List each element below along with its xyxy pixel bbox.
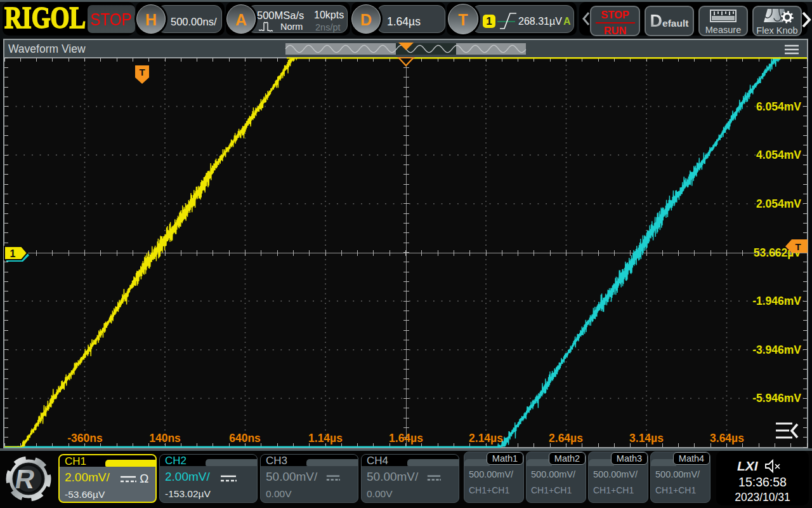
- svg-text:-1.946mV: -1.946mV: [752, 295, 801, 307]
- svg-text:2.14µs: 2.14µs: [469, 432, 503, 444]
- svg-text:140ns: 140ns: [149, 432, 181, 444]
- svg-text:6.054mV: 6.054mV: [756, 100, 801, 113]
- svg-text:T: T: [795, 241, 801, 252]
- svg-text:3.64µs: 3.64µs: [710, 432, 744, 444]
- svg-text:640ns: 640ns: [229, 432, 261, 444]
- svg-text:-3.946mV: -3.946mV: [752, 344, 801, 356]
- svg-text:T: T: [139, 67, 145, 77]
- svg-text:1.14µs: 1.14µs: [308, 432, 343, 444]
- svg-text:-360ns: -360ns: [67, 432, 103, 444]
- svg-text:4.054mV: 4.054mV: [756, 149, 801, 161]
- svg-text:1.64µs: 1.64µs: [389, 432, 423, 444]
- svg-text:2.64µs: 2.64µs: [549, 432, 583, 444]
- svg-text:2.054mV: 2.054mV: [756, 197, 801, 210]
- svg-text:-5.946mV: -5.946mV: [752, 392, 801, 404]
- svg-text:3.14µs: 3.14µs: [629, 432, 664, 444]
- svg-text:1: 1: [10, 248, 16, 259]
